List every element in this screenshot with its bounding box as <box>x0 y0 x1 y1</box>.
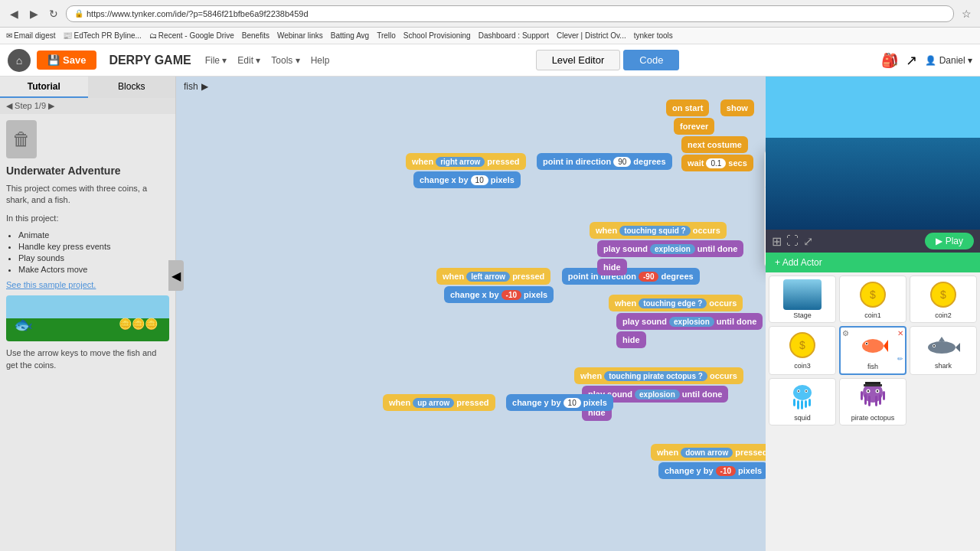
collapse-sidebar-button[interactable]: ◀ <box>168 260 184 291</box>
svg-point-15 <box>793 385 812 400</box>
hide-edge-block[interactable]: hide <box>616 331 646 348</box>
bookmark-edtech[interactable]: 📰 EdTech PR Byline... <box>63 31 141 40</box>
bookmark-benefits[interactable]: Benefits <box>242 31 270 40</box>
bookmark-trello[interactable]: Trello <box>377 31 396 40</box>
when-touching-edge-block[interactable]: when touching edge ? occurs <box>609 295 743 311</box>
actor-card-stage[interactable]: Stage <box>769 276 836 323</box>
bookmark-school[interactable]: School Provisioning <box>403 31 471 40</box>
backpack-icon[interactable]: 🎒 <box>881 52 898 69</box>
actor-card-fish[interactable]: ⚙ ✕ fish ✏ <box>839 326 906 375</box>
bookmark-batting[interactable]: Batting Avg <box>331 31 369 40</box>
block-group-right-arrow: when right arrow pressed point in direct… <box>406 153 766 190</box>
file-menu[interactable]: File ▾ <box>201 54 232 67</box>
tutorial-tab[interactable]: Tutorial <box>0 77 88 98</box>
grid-view-icon[interactable]: ⊞ <box>772 234 782 249</box>
actor-close-button[interactable]: ✕ <box>897 329 903 337</box>
coin1-name: coin1 <box>843 311 903 319</box>
edit-menu[interactable]: Edit ▾ <box>233 54 265 67</box>
star-icon[interactable]: ☆ <box>959 6 974 21</box>
bookmark-clever[interactable]: Clever | District Ov... <box>557 31 626 40</box>
code-tab[interactable]: Code <box>623 50 679 70</box>
hide-squid-block[interactable]: hide <box>597 259 627 276</box>
list-item: Handle key press events <box>18 242 169 251</box>
svg-rect-26 <box>861 391 863 400</box>
actor-card-coin1[interactable]: $ coin1 <box>839 276 906 323</box>
actor-card-pirate-octopus[interactable]: pirate octopus <box>839 378 906 425</box>
bookmark-webinar[interactable]: Webinar links <box>277 31 323 40</box>
bookmarks-bar: ✉ Email digest 📰 EdTech PR Byline... 🗂 R… <box>0 28 980 44</box>
svg-point-35 <box>877 390 878 392</box>
user-menu[interactable]: 👤 Daniel ▾ <box>925 55 972 66</box>
play-sound-squid-block[interactable]: play sound explosion until done <box>597 240 743 257</box>
news-icon: 📰 <box>63 31 72 40</box>
change-x-block[interactable]: change x by 10 pixels <box>413 171 521 188</box>
actor-card-coin2[interactable]: $ coin2 <box>910 276 977 323</box>
fullscreen-icon[interactable]: ⛶ <box>786 234 799 249</box>
actor-card-squid[interactable]: squid <box>769 378 836 425</box>
actor-card-shark[interactable]: shark <box>910 326 977 375</box>
block-group-up-arrow: when up arrow pressed change y by 10 pix… <box>383 394 613 412</box>
change-x-neg-block[interactable]: change x by -10 pixels <box>444 286 554 303</box>
stage-controls: ⊞ ⛶ ⤢ ▶ Play <box>766 230 980 253</box>
reload-button[interactable]: ↻ <box>46 6 61 21</box>
svg-point-24 <box>805 390 807 392</box>
home-icon: ⌂ <box>16 54 22 67</box>
bookmark-tynker[interactable]: tynker tools <box>634 31 673 40</box>
sidebar-footer: Use the arrow keys to move the fish and … <box>6 347 169 371</box>
back-button[interactable]: ◀ <box>6 6 21 21</box>
share-icon[interactable]: ↗ <box>906 52 917 69</box>
point-direction-block[interactable]: point in direction 90 degrees <box>537 153 672 170</box>
forward-button[interactable]: ▶ <box>26 6 41 21</box>
actor-card-coin3[interactable]: $ coin3 <box>769 326 836 375</box>
show-block[interactable]: show <box>720 99 754 116</box>
actor-breadcrumb: fish ▶ <box>184 81 208 92</box>
help-menu[interactable]: Help <box>306 54 335 67</box>
stage-thumbnail <box>783 279 822 310</box>
bookmark-dashboard[interactable]: Dashboard : Support <box>479 31 549 40</box>
tools-menu[interactable]: Tools ▾ <box>266 54 304 67</box>
save-button[interactable]: 💾 Save <box>37 51 96 70</box>
change-y-up-block[interactable]: change y by 10 pixels <box>506 394 613 411</box>
fish-thumbnail <box>854 331 892 361</box>
when-left-arrow-block[interactable]: when left arrow pressed <box>436 268 550 285</box>
svg-point-9 <box>866 343 867 344</box>
game-title: DERPY GAME <box>109 54 191 67</box>
sidebar: Tutorial Blocks ◀ Step 1/9 ▶ 🗑 Underwate… <box>0 77 176 551</box>
svg-marker-7 <box>884 340 888 352</box>
stage-sky <box>766 77 980 138</box>
bookmark-drive[interactable]: 🗂 Recent - Google Drive <box>149 31 234 40</box>
when-touching-octopus-block[interactable]: when touching pirate octopus ? occurs <box>574 367 743 384</box>
level-editor-tab[interactable]: Level Editor <box>536 50 621 70</box>
list-item: Animate <box>18 230 169 240</box>
project-title: Underwater Adventure <box>6 165 169 177</box>
sidebar-tabs: Tutorial Blocks <box>0 77 175 98</box>
address-bar[interactable]: 🔒 https://www.tynker.com/ide/?p=5846f21b… <box>66 5 954 22</box>
when-up-arrow-block[interactable]: when up arrow pressed <box>383 394 495 411</box>
on-start-block[interactable]: on start <box>666 99 709 116</box>
play-sound-edge-block[interactable]: play sound explosion until done <box>616 313 763 330</box>
home-button[interactable]: ⌂ <box>8 49 31 72</box>
blocks-tab[interactable]: Blocks <box>88 77 176 98</box>
email-icon: ✉ <box>6 31 12 40</box>
svg-rect-16 <box>793 399 795 406</box>
add-actor-button[interactable]: + Add Actor <box>766 253 980 272</box>
sample-project-thumbnail: 🐟 🪙🪙🪙 <box>6 295 169 341</box>
list-item: Play sounds <box>18 253 169 262</box>
trash-icon: 🗑 <box>6 120 37 158</box>
sample-project-link[interactable]: See this sample project. <box>6 280 169 289</box>
forever-block[interactable]: forever <box>674 118 714 135</box>
play-button[interactable]: ▶ Play <box>925 233 974 249</box>
expand-icon[interactable]: ⤢ <box>803 234 813 249</box>
gear-icon[interactable]: ⚙ <box>842 329 849 337</box>
when-down-arrow-block[interactable]: when down arrow pressed <box>651 444 766 461</box>
coin2-name: coin2 <box>913 311 973 319</box>
svg-point-14 <box>933 345 935 347</box>
change-y-down-block[interactable]: change y by -10 pixels <box>658 462 766 479</box>
when-touching-squid-block[interactable]: when touching squid ? occurs <box>590 222 727 239</box>
when-right-arrow-block[interactable]: when right arrow pressed <box>406 153 526 170</box>
edit-icon[interactable]: ✏ <box>897 355 903 363</box>
svg-rect-30 <box>879 394 881 405</box>
next-costume-block[interactable]: next costume <box>681 136 748 153</box>
code-area[interactable]: fish ▶ on start show forever next costum… <box>176 77 766 551</box>
bookmark-email[interactable]: ✉ Email digest <box>6 31 55 40</box>
